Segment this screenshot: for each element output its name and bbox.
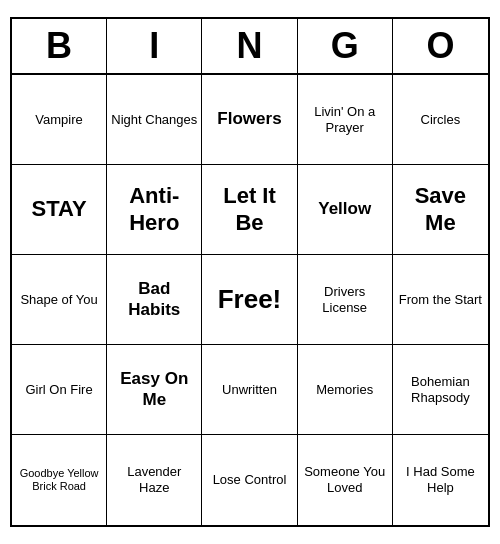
bingo-cell-13: Drivers License: [298, 255, 393, 345]
bingo-cell-12: Free!: [202, 255, 297, 345]
bingo-cell-4: Circles: [393, 75, 488, 165]
bingo-letter-g: G: [298, 19, 393, 73]
cell-text-11: Bad Habits: [111, 279, 197, 320]
bingo-card: BINGO VampireNight ChangesFlowersLivin' …: [10, 17, 490, 527]
bingo-grid: VampireNight ChangesFlowersLivin' On a P…: [12, 75, 488, 525]
cell-text-1: Night Changes: [111, 112, 197, 128]
cell-text-4: Circles: [421, 112, 461, 128]
cell-text-14: From the Start: [399, 292, 482, 308]
cell-text-6: Anti-Hero: [111, 183, 197, 236]
cell-text-17: Unwritten: [222, 382, 277, 398]
bingo-cell-3: Livin' On a Prayer: [298, 75, 393, 165]
bingo-cell-17: Unwritten: [202, 345, 297, 435]
cell-text-2: Flowers: [217, 109, 281, 129]
bingo-cell-11: Bad Habits: [107, 255, 202, 345]
bingo-cell-5: STAY: [12, 165, 107, 255]
bingo-cell-24: I Had Some Help: [393, 435, 488, 525]
bingo-cell-23: Someone You Loved: [298, 435, 393, 525]
bingo-cell-22: Lose Control: [202, 435, 297, 525]
bingo-cell-1: Night Changes: [107, 75, 202, 165]
bingo-cell-21: Lavender Haze: [107, 435, 202, 525]
bingo-cell-8: Yellow: [298, 165, 393, 255]
cell-text-10: Shape of You: [20, 292, 97, 308]
cell-text-22: Lose Control: [213, 472, 287, 488]
cell-text-18: Memories: [316, 382, 373, 398]
bingo-cell-14: From the Start: [393, 255, 488, 345]
cell-text-24: I Had Some Help: [397, 464, 484, 495]
bingo-cell-16: Easy On Me: [107, 345, 202, 435]
bingo-cell-18: Memories: [298, 345, 393, 435]
bingo-cell-19: Bohemian Rhapsody: [393, 345, 488, 435]
cell-text-21: Lavender Haze: [111, 464, 197, 495]
bingo-cell-10: Shape of You: [12, 255, 107, 345]
cell-text-9: Save Me: [397, 183, 484, 236]
cell-text-8: Yellow: [318, 199, 371, 219]
bingo-letter-b: B: [12, 19, 107, 73]
bingo-cell-20: Goodbye Yellow Brick Road: [12, 435, 107, 525]
bingo-cell-2: Flowers: [202, 75, 297, 165]
cell-text-12: Free!: [218, 284, 282, 315]
cell-text-23: Someone You Loved: [302, 464, 388, 495]
bingo-cell-9: Save Me: [393, 165, 488, 255]
bingo-cell-6: Anti-Hero: [107, 165, 202, 255]
cell-text-5: STAY: [32, 196, 87, 222]
bingo-header: BINGO: [12, 19, 488, 75]
cell-text-15: Girl On Fire: [26, 382, 93, 398]
bingo-cell-15: Girl On Fire: [12, 345, 107, 435]
bingo-letter-i: I: [107, 19, 202, 73]
cell-text-16: Easy On Me: [111, 369, 197, 410]
cell-text-20: Goodbye Yellow Brick Road: [16, 467, 102, 493]
bingo-cell-7: Let It Be: [202, 165, 297, 255]
cell-text-3: Livin' On a Prayer: [302, 104, 388, 135]
bingo-letter-o: O: [393, 19, 488, 73]
bingo-letter-n: N: [202, 19, 297, 73]
cell-text-0: Vampire: [35, 112, 82, 128]
cell-text-7: Let It Be: [206, 183, 292, 236]
cell-text-19: Bohemian Rhapsody: [397, 374, 484, 405]
cell-text-13: Drivers License: [302, 284, 388, 315]
bingo-cell-0: Vampire: [12, 75, 107, 165]
